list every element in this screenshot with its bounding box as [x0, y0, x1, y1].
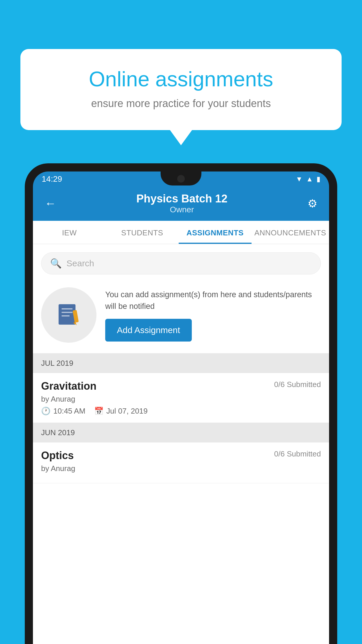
- optics-by: by Anurag: [41, 464, 321, 473]
- calendar-icon: 📅: [94, 407, 103, 416]
- phone-outer: 14:29 ▼ ▲ ▮ ← Physics Batch 12 Owner ⚙ I…: [25, 163, 337, 644]
- camera-dot: [177, 175, 185, 183]
- add-assignment-promo: You can add assignment(s) from here and …: [33, 281, 329, 354]
- batch-title: Physics Batch 12: [136, 192, 228, 205]
- notch: [161, 172, 201, 186]
- assignment-optics[interactable]: Optics 0/6 Submitted by Anurag: [33, 442, 329, 483]
- svg-rect-2: [61, 312, 73, 313]
- assignment-optics-top: Optics 0/6 Submitted: [41, 449, 321, 462]
- optics-submitted: 0/6 Submitted: [274, 449, 321, 459]
- svg-rect-3: [61, 315, 70, 316]
- search-bar[interactable]: 🔍 Search: [41, 252, 321, 274]
- promo-right: You can add assignment(s) from here and …: [105, 289, 321, 342]
- add-assignment-button[interactable]: Add Assignment: [105, 319, 192, 342]
- screen-content: 🔍 Search: [33, 244, 329, 644]
- tab-iew[interactable]: IEW: [33, 221, 106, 244]
- section-jul-2019: JUL 2019: [33, 354, 329, 373]
- header-title-area: Physics Batch 12 Owner: [136, 192, 228, 214]
- tab-announcements[interactable]: ANNOUNCEMENTS: [252, 221, 329, 244]
- assignment-meta: 🕐 10:45 AM 📅 Jul 07, 2019: [41, 407, 321, 416]
- clock-icon: 🕐: [41, 407, 50, 416]
- optics-name: Optics: [41, 449, 74, 462]
- tab-students[interactable]: STUDENTS: [106, 221, 179, 244]
- assignment-time: 10:45 AM: [53, 407, 85, 416]
- speech-subtitle: ensure more practice for your students: [41, 97, 321, 110]
- tabs-bar: IEW STUDENTS ASSIGNMENTS ANNOUNCEMENTS: [33, 221, 329, 244]
- app-header: ← Physics Batch 12 Owner ⚙: [33, 187, 329, 221]
- assignment-gravitation[interactable]: Gravitation 0/6 Submitted by Anurag 🕐 10…: [33, 373, 329, 423]
- assignment-submitted: 0/6 Submitted: [274, 380, 321, 389]
- svg-rect-0: [59, 304, 75, 325]
- signal-icon: ▲: [306, 175, 313, 183]
- assignment-date: Jul 07, 2019: [106, 407, 148, 416]
- phone-mockup: 14:29 ▼ ▲ ▮ ← Physics Batch 12 Owner ⚙ I…: [25, 163, 337, 644]
- wifi-icon: ▼: [296, 175, 303, 183]
- speech-bubble: Online assignments ensure more practice …: [20, 49, 342, 130]
- settings-button[interactable]: ⚙: [307, 197, 317, 210]
- search-placeholder: Search: [66, 258, 94, 268]
- speech-title: Online assignments: [41, 66, 321, 92]
- back-button[interactable]: ←: [45, 197, 56, 210]
- svg-rect-1: [61, 308, 73, 309]
- tab-assignments[interactable]: ASSIGNMENTS: [179, 221, 252, 244]
- assignment-by: by Anurag: [41, 395, 321, 404]
- notebook-icon: [56, 302, 82, 328]
- promo-text: You can add assignment(s) from here and …: [105, 289, 321, 312]
- status-icons: ▼ ▲ ▮: [296, 175, 320, 183]
- batch-subtitle: Owner: [136, 205, 228, 214]
- status-time: 14:29: [42, 174, 62, 184]
- section-jun-2019: JUN 2019: [33, 423, 329, 442]
- promo-icon-circle: [41, 287, 96, 343]
- assignment-top: Gravitation 0/6 Submitted: [41, 380, 321, 392]
- battery-icon: ▮: [317, 175, 320, 183]
- meta-date: 📅 Jul 07, 2019: [94, 407, 148, 416]
- assignment-name: Gravitation: [41, 380, 96, 392]
- meta-time: 🕐 10:45 AM: [41, 407, 85, 416]
- search-icon: 🔍: [50, 258, 62, 269]
- status-bar: 14:29 ▼ ▲ ▮: [33, 172, 329, 187]
